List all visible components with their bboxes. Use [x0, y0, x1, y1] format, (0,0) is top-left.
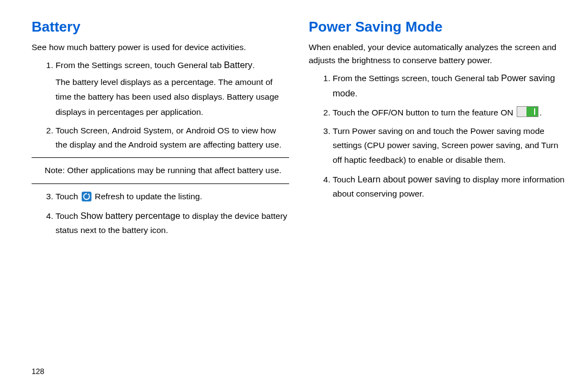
refresh-icon: [82, 192, 91, 201]
battery-step-3: Touch Refresh to update the listing.: [56, 189, 289, 204]
battery-steps-continued: Touch Refresh to update the listing. Tou…: [32, 189, 289, 238]
battery-step-1-detail: The battery level displays as a percenta…: [56, 75, 288, 119]
battery-option: Battery: [224, 60, 252, 70]
manual-page: Battery See how much battery power is us…: [0, 0, 588, 392]
text: to update the listing.: [124, 192, 202, 201]
text: screen, touch: [122, 60, 177, 70]
refresh-label: Refresh: [93, 192, 125, 201]
psm-step-4: Touch Learn about power saving to displa…: [333, 171, 566, 201]
heading-power-saving: Power Saving Mode: [309, 19, 566, 35]
text: screen, touch: [399, 74, 455, 83]
divider: [32, 157, 289, 158]
on-toggle-icon: [517, 106, 538, 117]
battery-steps: From the Settings screen, touch General …: [32, 57, 289, 152]
settings-label: Settings: [369, 74, 399, 83]
text: tab: [207, 60, 222, 70]
psm-step-2: Touch the OFF/ON button to turn the feat…: [333, 106, 566, 120]
heading-battery: Battery: [32, 19, 289, 35]
battery-note: Note: Other applications may be running …: [32, 163, 289, 177]
battery-step-2: Touch Screen, Android System, or Android…: [56, 124, 289, 152]
note-label: Note:: [45, 166, 65, 175]
general-label: General: [177, 60, 207, 70]
screen-label: Screen: [81, 126, 107, 135]
left-column: Battery See how much battery power is us…: [32, 19, 289, 381]
text: Touch: [56, 192, 81, 201]
general-label: General: [455, 74, 485, 83]
psm-step-1: From the Settings screen, touch General …: [333, 70, 566, 101]
text: Touch: [333, 175, 358, 184]
battery-intro: See how much battery power is used for d…: [32, 41, 289, 54]
text: Touch: [56, 126, 81, 135]
text: .: [253, 60, 255, 70]
power-saving-intro: When enabled, your device automatically …: [309, 41, 566, 67]
on-label: ON: [500, 108, 513, 117]
text: .: [355, 89, 357, 98]
right-column: Power Saving Mode When enabled, your dev…: [309, 19, 566, 381]
off-on-label: OFF/ON: [372, 108, 404, 117]
text: From the: [333, 74, 369, 83]
page-number: 128: [32, 367, 44, 376]
text: button to turn the feature: [403, 108, 500, 117]
android-os-label: Android OS: [186, 126, 230, 135]
settings-label: Settings: [91, 60, 122, 70]
text: Touch the: [333, 108, 372, 117]
battery-step-4: Touch Show battery percentage to display…: [56, 208, 289, 238]
svg-rect-0: [82, 192, 91, 201]
text: From the: [56, 60, 91, 70]
android-system-label: Android System: [112, 126, 171, 135]
text: .: [540, 108, 542, 117]
psm-step-3: Turn Power saving on and touch the Power…: [333, 124, 566, 167]
show-battery-percentage-option: Show battery percentage: [81, 211, 180, 220]
text: Turn Power saving on and touch the Power…: [333, 126, 558, 164]
power-saving-steps: From the Settings screen, touch General …: [309, 70, 566, 201]
text: tab: [485, 74, 499, 83]
note-text: Other applications may be running that a…: [65, 166, 281, 175]
learn-about-power-saving-option: Learn about power saving: [358, 174, 461, 184]
divider: [32, 183, 289, 184]
text: Touch: [56, 211, 81, 220]
battery-step-1: From the Settings screen, touch General …: [56, 57, 289, 119]
text: , or: [171, 126, 186, 135]
